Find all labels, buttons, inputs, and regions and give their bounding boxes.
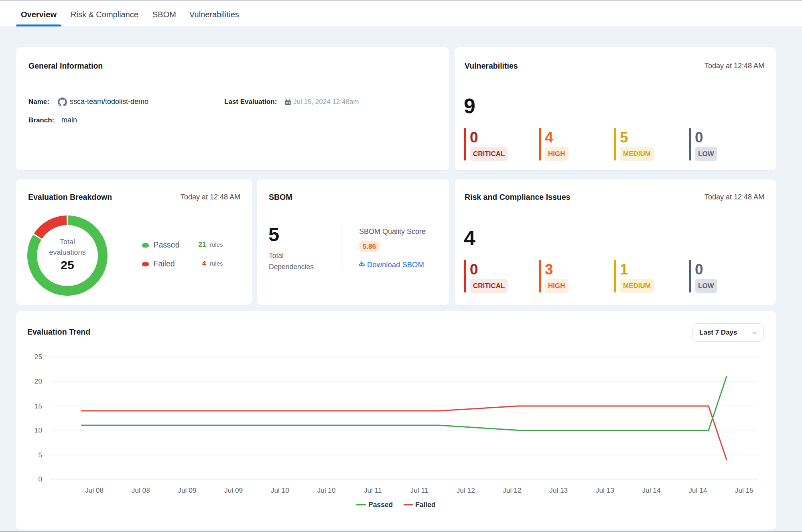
svg-text:0: 0 <box>38 475 42 483</box>
svg-text:Jul 14: Jul 14 <box>642 486 661 494</box>
svg-text:Jul 11: Jul 11 <box>364 486 382 494</box>
svg-text:Jul 11: Jul 11 <box>410 486 428 494</box>
svg-text:Jul 14: Jul 14 <box>688 486 707 494</box>
svg-text:5: 5 <box>38 451 42 459</box>
svg-text:Jul 09: Jul 09 <box>178 486 196 494</box>
svg-text:Failed: Failed <box>415 501 436 509</box>
svg-text:Jul 13: Jul 13 <box>596 486 614 494</box>
svg-text:Jul 12: Jul 12 <box>503 486 521 494</box>
svg-text:Jul 12: Jul 12 <box>457 486 475 494</box>
svg-text:Jul 13: Jul 13 <box>549 486 568 494</box>
svg-text:Jul 10: Jul 10 <box>317 486 335 494</box>
svg-text:Jul 10: Jul 10 <box>271 486 289 494</box>
svg-text:25: 25 <box>35 353 42 361</box>
svg-text:Jul 08: Jul 08 <box>85 486 104 494</box>
svg-text:Passed: Passed <box>368 501 393 509</box>
svg-text:10: 10 <box>35 426 42 434</box>
svg-text:Jul 08: Jul 08 <box>132 486 150 494</box>
svg-text:Jul 09: Jul 09 <box>224 486 243 494</box>
svg-text:Jul 15: Jul 15 <box>735 486 753 494</box>
svg-text:20: 20 <box>35 377 42 385</box>
svg-text:15: 15 <box>35 402 42 410</box>
